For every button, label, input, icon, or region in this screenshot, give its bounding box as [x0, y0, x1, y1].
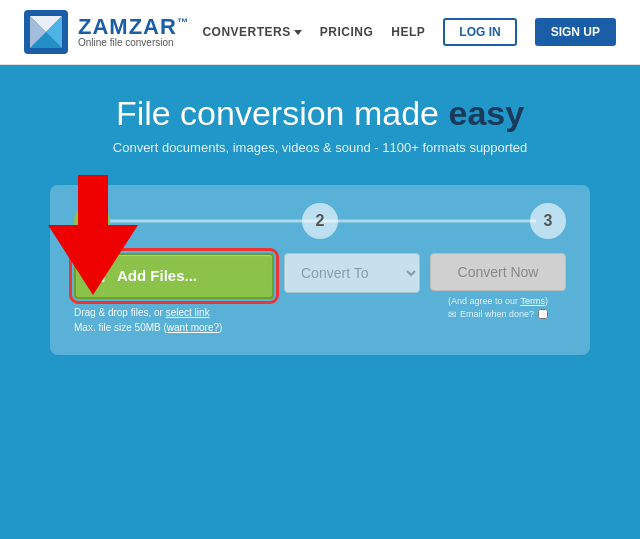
convert-to-wrap: Convert To [284, 253, 420, 293]
convert-terms: (And agree to our Terms) [430, 296, 566, 306]
chevron-down-icon [294, 30, 302, 35]
logo-text: ZAMZAR™ Online file conversion [78, 16, 189, 48]
select-link[interactable]: select link [166, 307, 210, 318]
email-icon: ✉ [448, 309, 456, 320]
email-row: ✉ Email when done? [430, 309, 566, 320]
red-arrow [48, 175, 138, 299]
navbar: ZAMZAR™ Online file conversion CONVERTER… [0, 0, 640, 65]
nav-pricing-link[interactable]: PRICING [320, 25, 374, 39]
step-3-circle: 3 [530, 203, 566, 239]
navbar-left: ZAMZAR™ Online file conversion [24, 10, 189, 54]
terms-link[interactable]: Terms [520, 296, 545, 306]
hero-headline: File conversion made easy [20, 93, 620, 134]
logo-name: ZAMZAR™ [78, 16, 189, 38]
nav-converters-link[interactable]: CONVERTERS [202, 25, 301, 39]
convert-now-wrap: Convert Now (And agree to our Terms) ✉ E… [430, 253, 566, 320]
hero-subheadline: Convert documents, images, videos & soun… [20, 140, 620, 155]
svg-marker-5 [48, 175, 138, 295]
zamzar-logo-icon [24, 10, 68, 54]
hero-section: File conversion made easy Convert docume… [0, 65, 640, 175]
navbar-right: CONVERTERS PRICING HELP LOG IN SIGN UP [202, 18, 616, 46]
step-2-circle: 2 [302, 203, 338, 239]
want-more-link[interactable]: want more? [167, 322, 219, 333]
nav-help-link[interactable]: HELP [391, 25, 425, 39]
convert-now-button[interactable]: Convert Now [430, 253, 566, 291]
signup-button[interactable]: SIGN UP [535, 18, 616, 46]
conversion-area: 1 2 3 ⬆ Add Files... Drag & drop files, … [30, 185, 610, 355]
login-button[interactable]: LOG IN [443, 18, 516, 46]
upload-hint: Drag & drop files, or select link Max. f… [74, 305, 274, 335]
logo-subtitle: Online file conversion [78, 38, 189, 48]
convert-to-select[interactable]: Convert To [284, 253, 420, 293]
steps-row: 1 2 3 [74, 203, 566, 239]
controls-row: ⬆ Add Files... Drag & drop files, or sel… [74, 253, 566, 335]
email-checkbox[interactable] [538, 309, 548, 319]
